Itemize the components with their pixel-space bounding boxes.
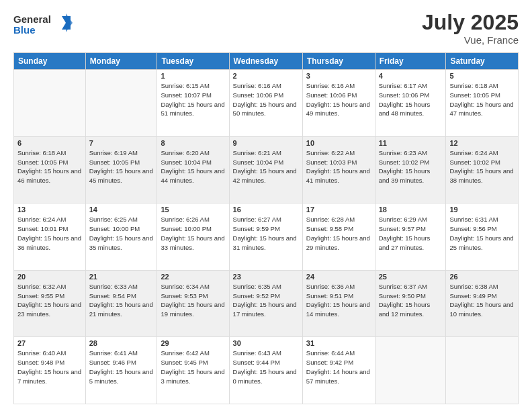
calendar-cell: 31Sunrise: 6:44 AMSunset: 9:42 PMDayligh… <box>302 337 375 404</box>
day-info: Sunrise: 6:29 AMSunset: 9:57 PMDaylight:… <box>379 215 443 252</box>
title-area: July 2025 Vue, France <box>422 11 519 46</box>
weekday-header-friday: Friday <box>375 53 446 70</box>
day-number: 14 <box>89 205 154 214</box>
calendar-cell: 18Sunrise: 6:29 AMSunset: 9:57 PMDayligh… <box>375 203 446 271</box>
day-number: 29 <box>161 339 225 347</box>
day-info: Sunrise: 6:18 AMSunset: 10:05 PMDaylight… <box>449 81 515 118</box>
calendar-cell <box>446 337 519 404</box>
calendar-cell: 26Sunrise: 6:38 AMSunset: 9:49 PMDayligh… <box>446 270 519 337</box>
month-title: July 2025 <box>422 11 519 34</box>
calendar-cell: 22Sunrise: 6:34 AMSunset: 9:53 PMDayligh… <box>157 270 229 337</box>
day-info: Sunrise: 6:16 AMSunset: 10:06 PMDaylight… <box>306 81 371 118</box>
calendar-cell: 27Sunrise: 6:40 AMSunset: 9:48 PMDayligh… <box>14 337 86 404</box>
calendar-cell: 8Sunrise: 6:20 AMSunset: 10:04 PMDayligh… <box>157 136 229 203</box>
calendar-cell: 10Sunrise: 6:22 AMSunset: 10:03 PMDaylig… <box>302 136 375 203</box>
calendar-cell: 21Sunrise: 6:33 AMSunset: 9:54 PMDayligh… <box>85 270 157 337</box>
day-number: 1 <box>161 72 225 80</box>
day-info: Sunrise: 6:16 AMSunset: 10:06 PMDaylight… <box>233 81 299 118</box>
day-info: Sunrise: 6:23 AMSunset: 10:02 PMDaylight… <box>379 148 443 185</box>
calendar-week-row: 20Sunrise: 6:32 AMSunset: 9:55 PMDayligh… <box>14 270 519 337</box>
day-number: 25 <box>379 273 443 281</box>
calendar-cell: 4Sunrise: 6:17 AMSunset: 10:06 PMDayligh… <box>375 70 446 137</box>
day-number: 15 <box>161 205 225 214</box>
day-number: 31 <box>306 339 371 347</box>
calendar-table: SundayMondayTuesdayWednesdayThursdayFrid… <box>13 52 519 404</box>
day-info: Sunrise: 6:34 AMSunset: 9:53 PMDaylight:… <box>161 282 225 319</box>
calendar-week-row: 1Sunrise: 6:15 AMSunset: 10:07 PMDayligh… <box>14 70 519 137</box>
calendar-cell: 25Sunrise: 6:37 AMSunset: 9:50 PMDayligh… <box>375 270 446 337</box>
calendar-header-row: SundayMondayTuesdayWednesdayThursdayFrid… <box>14 53 519 70</box>
calendar-cell: 2Sunrise: 6:16 AMSunset: 10:06 PMDayligh… <box>229 70 302 137</box>
svg-text:General: General <box>13 13 51 25</box>
calendar-cell: 29Sunrise: 6:42 AMSunset: 9:45 PMDayligh… <box>157 337 229 404</box>
day-info: Sunrise: 6:40 AMSunset: 9:48 PMDaylight:… <box>17 349 82 385</box>
weekday-header-sunday: Sunday <box>14 53 86 70</box>
day-number: 3 <box>306 72 371 80</box>
day-number: 28 <box>89 339 154 347</box>
calendar-week-row: 6Sunrise: 6:18 AMSunset: 10:05 PMDayligh… <box>14 136 519 203</box>
calendar-cell: 6Sunrise: 6:18 AMSunset: 10:05 PMDayligh… <box>14 136 86 203</box>
calendar-cell: 1Sunrise: 6:15 AMSunset: 10:07 PMDayligh… <box>157 70 229 137</box>
day-number: 6 <box>17 139 82 147</box>
day-info: Sunrise: 6:31 AMSunset: 9:56 PMDaylight:… <box>449 215 515 252</box>
calendar-cell: 23Sunrise: 6:35 AMSunset: 9:52 PMDayligh… <box>229 270 302 337</box>
calendar-cell: 14Sunrise: 6:25 AMSunset: 10:00 PMDaylig… <box>85 203 157 271</box>
calendar-cell: 24Sunrise: 6:36 AMSunset: 9:51 PMDayligh… <box>302 270 375 337</box>
day-number: 10 <box>306 139 371 147</box>
day-number: 20 <box>17 273 82 281</box>
day-info: Sunrise: 6:37 AMSunset: 9:50 PMDaylight:… <box>379 282 443 319</box>
calendar-cell: 28Sunrise: 6:41 AMSunset: 9:46 PMDayligh… <box>85 337 157 404</box>
weekday-header-tuesday: Tuesday <box>157 53 229 70</box>
logo-icon: General Blue <box>13 11 74 38</box>
day-number: 5 <box>449 72 515 80</box>
calendar-cell: 15Sunrise: 6:26 AMSunset: 10:00 PMDaylig… <box>157 203 229 271</box>
day-number: 4 <box>379 72 443 80</box>
calendar-cell: 12Sunrise: 6:24 AMSunset: 10:02 PMDaylig… <box>446 136 519 203</box>
calendar-cell: 17Sunrise: 6:28 AMSunset: 9:58 PMDayligh… <box>302 203 375 271</box>
day-info: Sunrise: 6:20 AMSunset: 10:04 PMDaylight… <box>161 148 225 185</box>
day-number: 22 <box>161 273 225 281</box>
calendar-cell: 30Sunrise: 6:43 AMSunset: 9:44 PMDayligh… <box>229 337 302 404</box>
calendar-week-row: 13Sunrise: 6:24 AMSunset: 10:01 PMDaylig… <box>14 203 519 271</box>
day-number: 24 <box>306 273 371 281</box>
day-number: 27 <box>17 339 82 347</box>
logo: General Blue <box>13 11 74 40</box>
calendar-cell: 5Sunrise: 6:18 AMSunset: 10:05 PMDayligh… <box>446 70 519 137</box>
day-info: Sunrise: 6:21 AMSunset: 10:04 PMDaylight… <box>233 148 299 185</box>
svg-text:Blue: Blue <box>13 24 36 36</box>
day-info: Sunrise: 6:38 AMSunset: 9:49 PMDaylight:… <box>449 282 515 319</box>
day-number: 13 <box>17 205 82 214</box>
calendar-cell <box>14 70 86 137</box>
calendar-cell: 20Sunrise: 6:32 AMSunset: 9:55 PMDayligh… <box>14 270 86 337</box>
day-number: 11 <box>379 139 443 147</box>
day-info: Sunrise: 6:25 AMSunset: 10:00 PMDaylight… <box>89 215 154 252</box>
day-info: Sunrise: 6:33 AMSunset: 9:54 PMDaylight:… <box>89 282 154 319</box>
day-number: 8 <box>161 139 225 147</box>
weekday-header-wednesday: Wednesday <box>229 53 302 70</box>
location: Vue, France <box>422 34 519 46</box>
day-info: Sunrise: 6:26 AMSunset: 10:00 PMDaylight… <box>161 215 225 252</box>
day-info: Sunrise: 6:27 AMSunset: 9:59 PMDaylight:… <box>233 215 299 252</box>
day-info: Sunrise: 6:28 AMSunset: 9:58 PMDaylight:… <box>306 215 371 252</box>
calendar-cell: 13Sunrise: 6:24 AMSunset: 10:01 PMDaylig… <box>14 203 86 271</box>
calendar-cell <box>85 70 157 137</box>
day-number: 21 <box>89 273 154 281</box>
day-number: 18 <box>379 205 443 214</box>
day-number: 2 <box>233 72 299 80</box>
weekday-header-saturday: Saturday <box>446 53 519 70</box>
day-info: Sunrise: 6:19 AMSunset: 10:05 PMDaylight… <box>89 148 154 185</box>
day-number: 19 <box>449 205 515 214</box>
calendar-cell: 3Sunrise: 6:16 AMSunset: 10:06 PMDayligh… <box>302 70 375 137</box>
calendar-cell: 19Sunrise: 6:31 AMSunset: 9:56 PMDayligh… <box>446 203 519 271</box>
day-info: Sunrise: 6:32 AMSunset: 9:55 PMDaylight:… <box>17 282 82 319</box>
day-info: Sunrise: 6:35 AMSunset: 9:52 PMDaylight:… <box>233 282 299 319</box>
day-number: 9 <box>233 139 299 147</box>
day-info: Sunrise: 6:43 AMSunset: 9:44 PMDaylight:… <box>233 349 299 385</box>
day-number: 16 <box>233 205 299 214</box>
day-info: Sunrise: 6:24 AMSunset: 10:01 PMDaylight… <box>17 215 82 252</box>
day-number: 26 <box>449 273 515 281</box>
day-info: Sunrise: 6:15 AMSunset: 10:07 PMDaylight… <box>161 81 225 118</box>
day-number: 7 <box>89 139 154 147</box>
calendar-cell: 9Sunrise: 6:21 AMSunset: 10:04 PMDayligh… <box>229 136 302 203</box>
day-info: Sunrise: 6:44 AMSunset: 9:42 PMDaylight:… <box>306 349 371 385</box>
